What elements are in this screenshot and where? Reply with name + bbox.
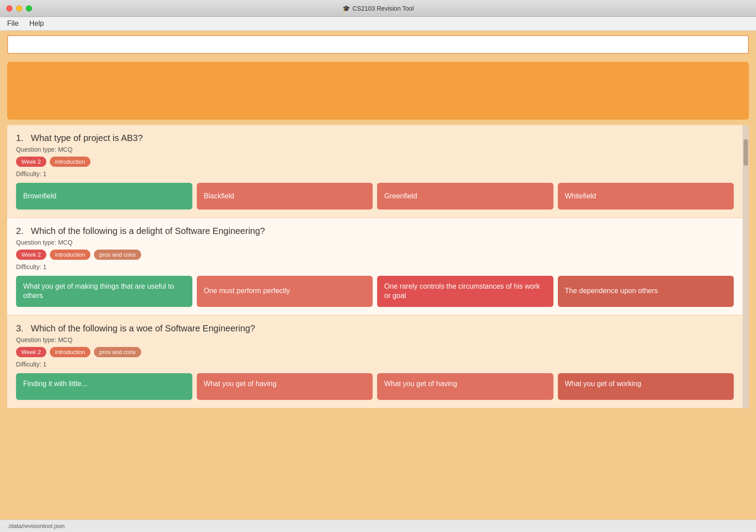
option-2-2[interactable]: One must perform perfectly bbox=[197, 276, 373, 307]
fullscreen-button[interactable] bbox=[26, 5, 32, 12]
option-2-4[interactable]: The dependence upon others bbox=[558, 276, 734, 307]
menu-file[interactable]: File bbox=[7, 20, 19, 28]
tag-week-3[interactable]: Week 2 bbox=[16, 347, 46, 357]
difficulty-1: Difficulty: 1 bbox=[16, 170, 734, 177]
search-input[interactable] bbox=[7, 35, 749, 54]
question-type-2: Question type: MCQ bbox=[16, 239, 734, 246]
option-3-1[interactable]: Finding it with little... bbox=[16, 373, 192, 400]
question-type-1: Question type: MCQ bbox=[16, 146, 734, 153]
tag-pros-3[interactable]: pros and cons bbox=[94, 347, 141, 357]
option-1-4[interactable]: Whitefield bbox=[558, 183, 734, 210]
tags-1: Week 2 introduction bbox=[16, 157, 734, 167]
tag-week-1[interactable]: Week 2 bbox=[16, 157, 46, 167]
title-icon: 🎓 bbox=[342, 5, 350, 12]
difficulty-3: Difficulty: 1 bbox=[16, 361, 734, 368]
tag-intro-1[interactable]: introduction bbox=[50, 157, 90, 167]
option-2-3[interactable]: One rarely controls the circumstances of… bbox=[377, 276, 553, 307]
tag-pros-2[interactable]: pros and cons bbox=[94, 250, 141, 260]
title-bar: 🎓 CS2103 Revision Tool bbox=[0, 0, 756, 17]
question-title-3: 3. Which of the following is a woe of So… bbox=[16, 323, 734, 334]
question-title-1: 1. What type of project is AB3? bbox=[16, 133, 734, 143]
options-row-2: What you get of making things that are u… bbox=[16, 276, 734, 307]
menu-bar: File Help bbox=[0, 17, 756, 31]
close-button[interactable] bbox=[6, 5, 12, 12]
question-title-2: 2. Which of the following is a delight o… bbox=[16, 226, 734, 236]
option-1-3[interactable]: Greenfield bbox=[377, 183, 553, 210]
question-card-3: 3. Which of the following is a woe of So… bbox=[7, 315, 743, 408]
content-area: 1. What type of project is AB3? Question… bbox=[7, 125, 749, 408]
search-area bbox=[0, 31, 756, 58]
tags-2: Week 2 introduction pros and cons bbox=[16, 250, 734, 260]
difficulty-2: Difficulty: 1 bbox=[16, 263, 734, 270]
orange-banner bbox=[7, 62, 749, 120]
scrollbar-track[interactable] bbox=[743, 125, 749, 408]
scrollbar-thumb[interactable] bbox=[744, 139, 748, 166]
question-card-2: 2. Which of the following is a delight o… bbox=[7, 218, 743, 315]
question-type-3: Question type: MCQ bbox=[16, 336, 734, 343]
traffic-lights bbox=[6, 5, 32, 12]
tag-week-2[interactable]: Week 2 bbox=[16, 250, 46, 260]
minimize-button[interactable] bbox=[16, 5, 22, 12]
tags-3: Week 2 introduction pros and cons bbox=[16, 347, 734, 357]
tag-intro-3[interactable]: introduction bbox=[50, 347, 90, 357]
options-row-1: Brownfield Blackfield Greenfield Whitefi… bbox=[16, 183, 734, 210]
main-window: 1. What type of project is AB3? Question… bbox=[0, 31, 756, 520]
option-3-2[interactable]: What you get of having bbox=[197, 373, 373, 400]
option-1-1[interactable]: Brownfield bbox=[16, 183, 192, 210]
option-1-2[interactable]: Blackfield bbox=[197, 183, 373, 210]
status-path: ./data/revisiontool.json bbox=[7, 523, 65, 529]
menu-help[interactable]: Help bbox=[29, 20, 44, 28]
option-3-4[interactable]: What you get of working bbox=[558, 373, 734, 400]
options-row-3: Finding it with little... What you get o… bbox=[16, 373, 734, 400]
tag-intro-2[interactable]: introduction bbox=[50, 250, 90, 260]
status-bar: ./data/revisiontool.json bbox=[0, 520, 756, 532]
question-card-1: 1. What type of project is AB3? Question… bbox=[7, 125, 743, 218]
window-title: 🎓 CS2103 Revision Tool bbox=[342, 5, 414, 12]
option-2-1[interactable]: What you get of making things that are u… bbox=[16, 276, 192, 307]
option-3-3[interactable]: What you get of having bbox=[377, 373, 553, 400]
